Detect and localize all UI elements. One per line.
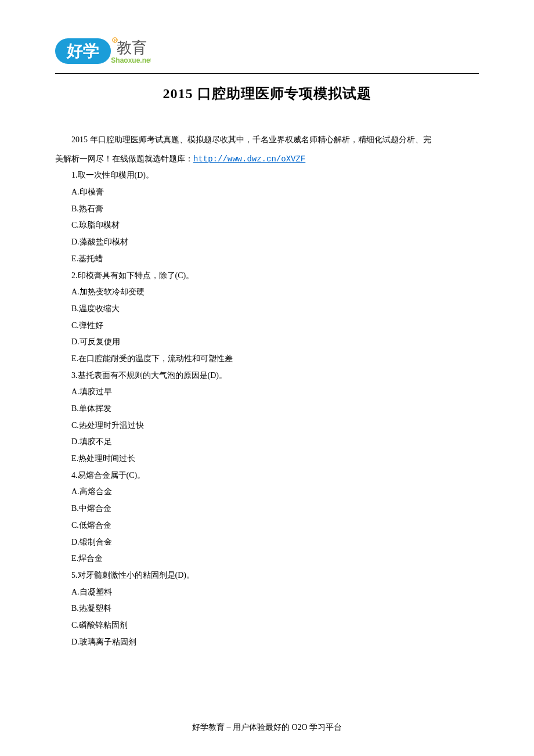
option-text: C.低熔合金 [55, 517, 479, 534]
option-text: A.填胶过早 [55, 384, 479, 401]
question-text: 1.取一次性印模用(D)。 [55, 167, 479, 184]
option-text: E.基托蜡 [55, 251, 479, 268]
option-text: D.玻璃离子粘固剂 [55, 634, 479, 651]
option-text: B.温度收缩大 [55, 301, 479, 318]
option-text: C.琼脂印模材 [55, 217, 479, 234]
intro-paragraph-2: 美解析一网尽！在线做题就选针题库：http://www.dwz.cn/oXVZF [55, 151, 479, 168]
option-text: C.弹性好 [55, 318, 479, 334]
option-text: B.单体挥发 [55, 401, 479, 417]
option-text: D.可反复使用 [55, 334, 479, 351]
option-text: E.焊合金 [55, 550, 479, 567]
intro-paragraph: 2015 年口腔助理医师考试真题、模拟题尽收其中，千名业界权威名师精心解析，精细… [55, 132, 479, 149]
option-text: C.热处理时升温过快 [55, 417, 479, 434]
question-text: 3.基托表面有不规则的大气泡的原因是(D)。 [55, 368, 479, 384]
header-divider [55, 73, 479, 74]
question-bank-link[interactable]: http://www.dwz.cn/oXVZF [193, 154, 305, 164]
option-text: A.加热变软冷却变硬 [55, 284, 479, 301]
logo-sub-text: 教育 [117, 39, 147, 56]
logo-area: 好学 R 教育 Shaoxue.net [55, 35, 479, 71]
option-text: D.填胶不足 [55, 434, 479, 451]
page-footer: 好学教育 – 用户体验最好的 O2O 学习平台 [0, 722, 534, 733]
question-text: 2.印模膏具有如下特点，除了(C)。 [55, 268, 479, 285]
questions-container: 1.取一次性印模用(D)。A.印模膏B.熟石膏C.琼脂印模材D.藻酸盐印模材E.… [55, 167, 479, 650]
option-text: A.自凝塑料 [55, 584, 479, 601]
option-text: E.在口腔能耐受的温度下，流动性和可塑性差 [55, 351, 479, 368]
logo-domain-text: Shaoxue.net [111, 56, 151, 64]
option-text: D.锻制合金 [55, 534, 479, 551]
option-text: A.高熔合金 [55, 484, 479, 501]
option-text: E.热处理时间过长 [55, 451, 479, 467]
brand-logo: 好学 R 教育 Shaoxue.net [55, 35, 151, 71]
option-text: A.印模膏 [55, 184, 479, 201]
option-text: C.磷酸锌粘固剂 [55, 617, 479, 634]
option-text: B.中熔合金 [55, 501, 479, 517]
option-text: B.熟石膏 [55, 201, 479, 218]
option-text: B.热凝塑料 [55, 600, 479, 617]
option-text: D.藻酸盐印模材 [55, 234, 479, 251]
question-text: 4.易熔合金属于(C)。 [55, 467, 479, 484]
intro-text-1: 2015 年口腔助理医师考试真题、模拟题尽收其中，千名业界权威名师精心解析，精细… [71, 135, 431, 144]
logo-main-text: 好学 [66, 42, 99, 60]
intro-text-2: 美解析一网尽！在线做题就选针题库： [55, 154, 193, 163]
page-title: 2015 口腔助理医师专项模拟试题 [55, 84, 479, 103]
question-text: 5.对牙髓刺激性小的粘固剂是(D)。 [55, 567, 479, 584]
